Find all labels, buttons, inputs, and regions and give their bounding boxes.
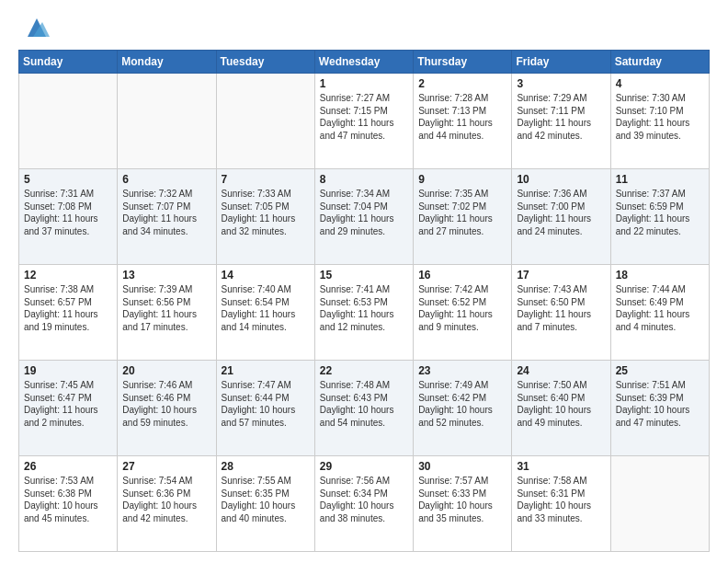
day-info: Sunrise: 7:45 AM Sunset: 6:47 PM Dayligh… (24, 379, 112, 429)
day-cell: 15Sunrise: 7:41 AM Sunset: 6:53 PM Dayli… (314, 265, 413, 361)
day-cell: 1Sunrise: 7:27 AM Sunset: 7:15 PM Daylig… (314, 74, 413, 169)
day-number: 14 (222, 269, 310, 282)
day-info: Sunrise: 7:40 AM Sunset: 6:54 PM Dayligh… (222, 283, 310, 333)
day-cell: 31Sunrise: 7:58 AM Sunset: 6:31 PM Dayli… (512, 456, 610, 552)
day-info: Sunrise: 7:49 AM Sunset: 6:42 PM Dayligh… (418, 379, 506, 429)
day-cell: 12Sunrise: 7:38 AM Sunset: 6:57 PM Dayli… (19, 265, 118, 361)
day-cell: 4Sunrise: 7:30 AM Sunset: 7:10 PM Daylig… (610, 74, 709, 169)
day-info: Sunrise: 7:57 AM Sunset: 6:33 PM Dayligh… (418, 475, 506, 524)
day-number: 7 (222, 173, 310, 186)
day-info: Sunrise: 7:55 AM Sunset: 6:35 PM Dayligh… (222, 475, 310, 524)
day-cell: 11Sunrise: 7:37 AM Sunset: 6:59 PM Dayli… (610, 169, 709, 265)
day-cell: 22Sunrise: 7:48 AM Sunset: 6:43 PM Dayli… (314, 361, 413, 456)
day-number: 26 (24, 460, 112, 473)
day-number: 25 (616, 364, 704, 377)
day-cell: 21Sunrise: 7:47 AM Sunset: 6:44 PM Dayli… (216, 361, 314, 456)
day-number: 6 (122, 173, 210, 186)
day-cell: 30Sunrise: 7:57 AM Sunset: 6:33 PM Dayli… (414, 456, 512, 552)
day-number: 23 (418, 364, 506, 377)
day-info: Sunrise: 7:27 AM Sunset: 7:15 PM Dayligh… (320, 92, 408, 142)
day-number: 13 (122, 269, 210, 282)
day-number: 21 (222, 364, 310, 377)
day-info: Sunrise: 7:58 AM Sunset: 6:31 PM Dayligh… (517, 475, 605, 524)
day-number: 18 (616, 269, 704, 282)
logo-icon (24, 15, 50, 40)
day-number: 4 (616, 77, 704, 90)
day-info: Sunrise: 7:46 AM Sunset: 6:46 PM Dayligh… (122, 379, 210, 429)
day-cell: 5Sunrise: 7:31 AM Sunset: 7:08 PM Daylig… (19, 169, 118, 265)
day-cell: 10Sunrise: 7:36 AM Sunset: 7:00 PM Dayli… (512, 169, 610, 265)
col-header-friday: Friday (512, 51, 610, 74)
day-info: Sunrise: 7:53 AM Sunset: 6:38 PM Dayligh… (24, 475, 112, 524)
week-row-4: 19Sunrise: 7:45 AM Sunset: 6:47 PM Dayli… (19, 361, 710, 456)
day-cell: 24Sunrise: 7:50 AM Sunset: 6:40 PM Dayli… (512, 361, 610, 456)
day-number: 15 (320, 269, 408, 282)
day-cell: 20Sunrise: 7:46 AM Sunset: 6:46 PM Dayli… (118, 361, 216, 456)
day-cell: 8Sunrise: 7:34 AM Sunset: 7:04 PM Daylig… (314, 169, 413, 265)
day-cell (610, 456, 709, 552)
day-cell: 13Sunrise: 7:39 AM Sunset: 6:56 PM Dayli… (118, 265, 216, 361)
day-info: Sunrise: 7:43 AM Sunset: 6:50 PM Dayligh… (517, 283, 605, 333)
week-row-2: 5Sunrise: 7:31 AM Sunset: 7:08 PM Daylig… (19, 169, 710, 265)
day-info: Sunrise: 7:29 AM Sunset: 7:11 PM Dayligh… (517, 92, 605, 142)
col-header-wednesday: Wednesday (314, 51, 413, 74)
day-info: Sunrise: 7:35 AM Sunset: 7:02 PM Dayligh… (418, 188, 506, 237)
day-info: Sunrise: 7:47 AM Sunset: 6:44 PM Dayligh… (222, 379, 310, 429)
day-number: 11 (616, 173, 704, 186)
day-info: Sunrise: 7:34 AM Sunset: 7:04 PM Dayligh… (320, 188, 408, 237)
day-info: Sunrise: 7:44 AM Sunset: 6:49 PM Dayligh… (616, 283, 704, 333)
day-cell (19, 74, 118, 169)
header-row: SundayMondayTuesdayWednesdayThursdayFrid… (19, 51, 710, 74)
calendar-table: SundayMondayTuesdayWednesdayThursdayFrid… (18, 50, 710, 552)
day-info: Sunrise: 7:42 AM Sunset: 6:52 PM Dayligh… (418, 283, 506, 333)
day-info: Sunrise: 7:37 AM Sunset: 6:59 PM Dayligh… (616, 188, 704, 237)
day-cell: 9Sunrise: 7:35 AM Sunset: 7:02 PM Daylig… (414, 169, 512, 265)
day-info: Sunrise: 7:30 AM Sunset: 7:10 PM Dayligh… (616, 92, 704, 142)
day-cell: 26Sunrise: 7:53 AM Sunset: 6:38 PM Dayli… (19, 456, 118, 552)
day-info: Sunrise: 7:48 AM Sunset: 6:43 PM Dayligh… (320, 379, 408, 429)
day-info: Sunrise: 7:54 AM Sunset: 6:36 PM Dayligh… (122, 475, 210, 524)
day-number: 19 (24, 364, 112, 377)
day-number: 9 (418, 173, 506, 186)
day-cell: 25Sunrise: 7:51 AM Sunset: 6:39 PM Dayli… (610, 361, 709, 456)
day-number: 29 (320, 460, 408, 473)
day-cell: 23Sunrise: 7:49 AM Sunset: 6:42 PM Dayli… (414, 361, 512, 456)
day-info: Sunrise: 7:38 AM Sunset: 6:57 PM Dayligh… (24, 283, 112, 333)
day-number: 27 (122, 460, 210, 473)
day-cell: 27Sunrise: 7:54 AM Sunset: 6:36 PM Dayli… (118, 456, 216, 552)
day-number: 1 (320, 77, 408, 90)
day-number: 12 (24, 269, 112, 282)
day-cell: 17Sunrise: 7:43 AM Sunset: 6:50 PM Dayli… (512, 265, 610, 361)
day-number: 24 (517, 364, 605, 377)
week-row-1: 1Sunrise: 7:27 AM Sunset: 7:15 PM Daylig… (19, 74, 710, 169)
logo (18, 15, 50, 40)
col-header-saturday: Saturday (610, 51, 709, 74)
day-cell: 3Sunrise: 7:29 AM Sunset: 7:11 PM Daylig… (512, 74, 610, 169)
day-cell: 7Sunrise: 7:33 AM Sunset: 7:05 PM Daylig… (216, 169, 314, 265)
day-cell: 6Sunrise: 7:32 AM Sunset: 7:07 PM Daylig… (118, 169, 216, 265)
day-cell: 2Sunrise: 7:28 AM Sunset: 7:13 PM Daylig… (414, 74, 512, 169)
day-info: Sunrise: 7:36 AM Sunset: 7:00 PM Dayligh… (517, 188, 605, 237)
day-info: Sunrise: 7:28 AM Sunset: 7:13 PM Dayligh… (418, 92, 506, 142)
day-cell: 14Sunrise: 7:40 AM Sunset: 6:54 PM Dayli… (216, 265, 314, 361)
col-header-sunday: Sunday (19, 51, 118, 74)
day-cell (216, 74, 314, 169)
day-cell: 19Sunrise: 7:45 AM Sunset: 6:47 PM Dayli… (19, 361, 118, 456)
day-number: 20 (122, 364, 210, 377)
day-number: 17 (517, 269, 605, 282)
day-cell: 29Sunrise: 7:56 AM Sunset: 6:34 PM Dayli… (314, 456, 413, 552)
day-info: Sunrise: 7:41 AM Sunset: 6:53 PM Dayligh… (320, 283, 408, 333)
week-row-5: 26Sunrise: 7:53 AM Sunset: 6:38 PM Dayli… (19, 456, 710, 552)
day-number: 16 (418, 269, 506, 282)
day-cell: 16Sunrise: 7:42 AM Sunset: 6:52 PM Dayli… (414, 265, 512, 361)
day-number: 8 (320, 173, 408, 186)
day-info: Sunrise: 7:32 AM Sunset: 7:07 PM Dayligh… (122, 188, 210, 237)
day-info: Sunrise: 7:39 AM Sunset: 6:56 PM Dayligh… (122, 283, 210, 333)
header (18, 15, 710, 40)
day-info: Sunrise: 7:50 AM Sunset: 6:40 PM Dayligh… (517, 379, 605, 429)
day-number: 3 (517, 77, 605, 90)
day-number: 5 (24, 173, 112, 186)
col-header-monday: Monday (118, 51, 216, 74)
week-row-3: 12Sunrise: 7:38 AM Sunset: 6:57 PM Dayli… (19, 265, 710, 361)
day-number: 10 (517, 173, 605, 186)
